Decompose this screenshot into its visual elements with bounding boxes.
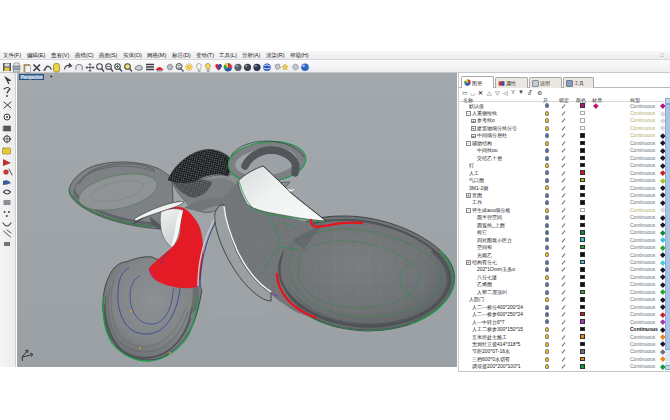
svg-text:G: G bbox=[178, 65, 182, 70]
